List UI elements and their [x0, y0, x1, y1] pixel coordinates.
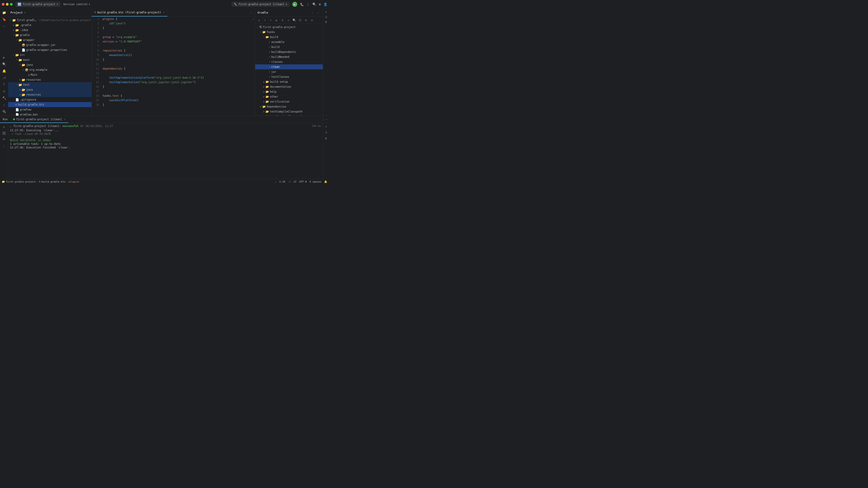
code-content[interactable]: group = "org.example"	[101, 35, 251, 39]
tab-build-gradle[interactable]: K build.gradle.kts (first-gradle-project…	[92, 8, 167, 17]
status-encoding-label[interactable]: 1:10	[279, 180, 285, 183]
gradle-arrow-other[interactable]: ▶	[262, 96, 266, 98]
gradle-item-build-setup[interactable]: ▶ 📂 build setup	[255, 79, 323, 84]
tree-arrow-test-resources[interactable]: ▶	[19, 94, 22, 96]
tree-arrow-root[interactable]: ▾	[9, 19, 12, 21]
tree-item-test-java[interactable]: ▶ 📂 java	[8, 87, 92, 92]
project-dropdown-icon[interactable]: ▾	[57, 3, 58, 6]
gradle-item-tasks[interactable]: ▾ 📂 Tasks	[255, 30, 323, 35]
right-icon-1[interactable]: ≡	[324, 9, 329, 14]
gradle-arrow-verification[interactable]: ▶	[262, 101, 266, 103]
gradle-item-clean[interactable]: ▶ ✓ clean	[255, 64, 323, 69]
run-tab-close-button[interactable]: ✕	[64, 118, 66, 121]
vcs-dropdown-icon[interactable]: ▾	[89, 3, 90, 6]
gradle-item-other[interactable]: ▶ 📂 other	[255, 94, 323, 99]
search-everywhere-icon[interactable]: 🔍	[312, 2, 316, 6]
sidebar-item-project[interactable]: 📁	[1, 9, 7, 16]
account-icon[interactable]: 👤	[323, 2, 327, 6]
tab-run[interactable]: Run	[0, 116, 10, 123]
run-right-icon-3[interactable]: 🗑	[324, 136, 329, 141]
breadcrumb-section[interactable]: plugins	[69, 180, 79, 183]
gradle-item-assemble[interactable]: ▶ ✓ assemble	[255, 39, 323, 44]
tree-arrow-src[interactable]: ▾	[12, 54, 16, 56]
tree-arrow-wrapper[interactable]: ▾	[16, 39, 19, 41]
gradle-item-jar[interactable]: ▶ ✓ jar	[255, 69, 323, 74]
gradle-item-testRuntimeClasspath[interactable]: ▶ 📂 testRuntimeClasspath	[255, 114, 323, 116]
code-content[interactable]: id("java")	[101, 21, 251, 26]
close-button[interactable]	[2, 3, 4, 6]
gradle-item-build-task[interactable]: ▶ ✓ build	[255, 44, 323, 50]
code-content[interactable]: plugins {	[101, 17, 251, 21]
run-restart-icon[interactable]: ↺	[1, 124, 7, 129]
sidebar-item-notifications[interactable]: 🔔	[1, 68, 7, 74]
tree-item-test[interactable]: ▾ 📂 test	[8, 82, 92, 87]
run-stop-icon[interactable]: ⬛	[1, 130, 7, 136]
sidebar-item-bookmarks[interactable]: 🔖	[1, 16, 7, 23]
gradle-arrow-dependencies[interactable]: ▶	[259, 105, 262, 108]
code-content[interactable]: repositories {	[101, 48, 251, 53]
sidebar-item-more[interactable]: ⋯	[1, 23, 7, 29]
gradle-arrow-build-group[interactable]: ▾	[262, 36, 266, 38]
tree-arrow-test-java[interactable]: ▶	[19, 89, 22, 91]
minimize-button[interactable]	[6, 3, 8, 6]
run-right-icon-2[interactable]: ☰	[324, 130, 329, 135]
status-encoding[interactable]: UTF-8	[299, 180, 307, 183]
gradle-item-buildDependents[interactable]: ▶ ✓ buildDependents	[255, 50, 323, 55]
gradle-arrow-tasks[interactable]: ▾	[259, 31, 262, 33]
tree-arrow-org-example[interactable]: ▾	[22, 69, 25, 71]
sidebar-item-find[interactable]: 🔍	[1, 61, 7, 67]
gradle-item-documentation[interactable]: ▶ 📂 documentation	[255, 84, 323, 89]
bottom-minimize-icon[interactable]: —	[326, 118, 327, 121]
gradle-search-icon[interactable]: 🔍	[292, 18, 297, 23]
run-right-icon-1[interactable]: ≡	[324, 124, 329, 129]
gradle-arrow-build-setup[interactable]: ▶	[262, 80, 266, 83]
code-content[interactable]: testImplementation(platform("org.junit:j…	[101, 75, 251, 80]
code-content[interactable]: dependencies {	[101, 66, 251, 71]
code-content[interactable]	[101, 71, 251, 75]
gradle-download-icon[interactable]: ⬇	[268, 18, 273, 23]
gradle-options-icon[interactable]: ⚙	[309, 18, 314, 23]
tree-item-gitignore[interactable]: ▶ 📄 .gitignore	[8, 97, 92, 102]
sidebar-item-run[interactable]: ▶	[1, 54, 7, 61]
gradle-item-root[interactable]: ▾ 🏗 first-gradle-project	[255, 25, 323, 30]
tree-item-gradle-hidden[interactable]: ▶ 📂 .gradle	[8, 23, 92, 28]
tab-run-config[interactable]: first-gradle-project [clean] ✕	[10, 116, 68, 123]
gradle-group-icon[interactable]: ⊞	[304, 18, 309, 23]
tree-item-gradle-wrapper-jar[interactable]: ▶ 📦 gradle-wrapper.jar	[8, 42, 92, 47]
gradle-cancel-icon[interactable]: ✕	[286, 18, 291, 23]
code-content[interactable]	[101, 44, 251, 48]
tree-item-build-gradle[interactable]: ▶ K build.gradle.kts	[8, 102, 92, 107]
gradle-run-icon[interactable]: ▶	[274, 18, 279, 23]
more-button[interactable]: ⋮	[307, 2, 310, 6]
tree-arrow-main[interactable]: ▾	[16, 59, 19, 61]
sidebar-item-plugins[interactable]: 🔌	[1, 108, 7, 115]
run-button[interactable]: ▶	[292, 2, 297, 7]
gradle-arrow-documentation[interactable]: ▶	[262, 86, 266, 88]
gradle-item-testClasses[interactable]: ▶ ✓ testClasses	[255, 74, 323, 79]
code-content[interactable]	[101, 30, 251, 35]
tree-arrow-idea[interactable]: ▶	[12, 29, 16, 31]
sidebar-item-problems[interactable]: ⚠	[1, 102, 7, 108]
code-content[interactable]: }	[101, 57, 251, 62]
run-more-icon[interactable]: ⋮	[1, 143, 7, 149]
settings-icon[interactable]: ⚙	[319, 2, 321, 6]
tree-item-root[interactable]: ▾ 📁 first-gradle-project ~/IdeaProjects/…	[8, 18, 92, 23]
status-indent[interactable]: 4 spaces	[309, 180, 321, 183]
run-config-selector[interactable]: 🔧 first-gradle-project [clean] ▾	[231, 2, 289, 7]
code-content[interactable]: }	[101, 85, 251, 89]
gradle-refresh-icon[interactable]: ↺	[256, 18, 261, 23]
gradle-arrow-testCompileClasspath[interactable]: ▶	[262, 110, 266, 113]
code-content[interactable]: }	[101, 26, 251, 30]
vcs-selector[interactable]: Version control ▾	[63, 3, 90, 6]
gradle-minimize-icon[interactable]: —	[315, 10, 320, 15]
tree-item-main[interactable]: ▾ 📂 main	[8, 57, 92, 62]
tree-arrow-gradle-hidden[interactable]: ▶	[12, 24, 16, 26]
code-content[interactable]: testImplementation("org.junit.jupiter:ju…	[101, 80, 251, 85]
tab-close-button[interactable]: ✕	[163, 11, 164, 13]
tree-item-java[interactable]: ▾ 📂 java	[8, 62, 92, 67]
debug-button[interactable]: 🐛	[300, 2, 304, 6]
project-selector[interactable]: FP first-gradle-project ▾	[16, 2, 61, 7]
sidebar-item-structure[interactable]: T	[1, 81, 7, 88]
tab-menu-button[interactable]: ⋮	[248, 11, 255, 14]
tree-arrow-resources[interactable]: ▶	[19, 78, 22, 81]
